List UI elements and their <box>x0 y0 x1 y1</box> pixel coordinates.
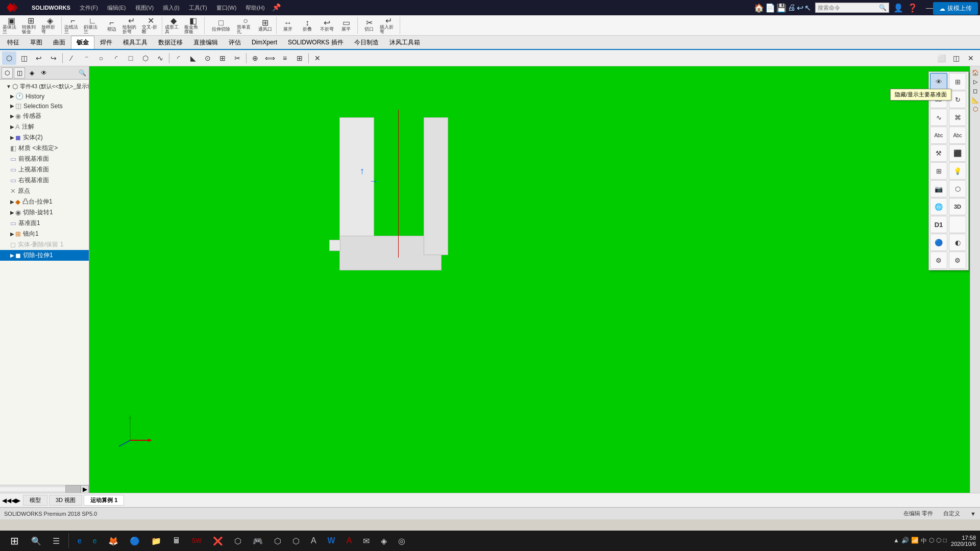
tray-notification[interactable]: □ <box>943 537 947 545</box>
cut-extrude-expand[interactable]: ▶ <box>10 253 14 258</box>
taskbar-app4[interactable]: 🎮 <box>248 532 267 549</box>
edge-flange-btn[interactable]: ⌐ 边线法兰 <box>64 17 82 34</box>
trim-btn[interactable]: ✂ <box>230 52 244 65</box>
vent-btn[interactable]: ⊞ 通风口 <box>256 17 274 34</box>
tab-model[interactable]: 模型 <box>23 495 47 506</box>
tree-origin[interactable]: ✕ 原点 <box>0 186 89 196</box>
polygon-btn[interactable]: ⬡ <box>138 52 153 65</box>
split-view-btn[interactable]: ◫ <box>949 52 963 65</box>
user-icon[interactable]: 👤 <box>893 3 903 13</box>
fold-btn[interactable]: ↵ 绘制的折弯 <box>122 17 140 34</box>
view-sphere1-btn[interactable]: 🔵 <box>930 234 947 251</box>
view-global-btn[interactable]: 🌐 <box>930 198 947 215</box>
view-cam-btn[interactable]: 📷 <box>930 180 947 197</box>
property-tab[interactable]: ◫ <box>14 67 25 79</box>
taskbar-ie[interactable]: e <box>88 532 102 549</box>
tab-scroll-prev[interactable]: ◀ <box>11 497 16 504</box>
taskbar-explorer[interactable]: 📁 <box>146 532 166 549</box>
view-orient-btn[interactable]: ⬡ <box>2 52 16 65</box>
far-right-btn3[interactable]: ◻ <box>971 87 979 95</box>
extruded-cut-btn[interactable]: □ 拉伸切除 <box>207 17 235 34</box>
sheet-gusset-btn[interactable]: ◧ 板金角撑板 <box>184 17 202 34</box>
taskbar-acrobat[interactable]: A <box>342 532 357 549</box>
taskbar-chrome[interactable]: 🔵 <box>125 532 144 549</box>
snap-btn[interactable]: ⊞ <box>292 52 307 65</box>
tree-cut-extrude1[interactable]: ▶ ◼ 切除-拉伸1 <box>0 250 89 261</box>
taskbar-calc[interactable]: 🖩 <box>168 532 185 549</box>
solid-expand[interactable]: ▶ <box>10 135 14 140</box>
taskbar-app2[interactable]: ❌ <box>208 532 228 549</box>
save-quick-btn[interactable]: 💾 <box>776 3 787 13</box>
unfold-btn[interactable]: ↔ 展开 <box>279 17 297 34</box>
display-tab[interactable]: 👁 <box>38 67 50 79</box>
miter-flange-btn[interactable]: ∟ 斜接法兰 <box>83 17 102 34</box>
search-input[interactable] <box>818 5 879 11</box>
tab-3dview[interactable]: 3D 视图 <box>49 495 82 506</box>
view-rotate-btn[interactable]: ↻ <box>949 91 966 108</box>
taskbar-word[interactable]: W <box>323 532 340 549</box>
tray-input[interactable]: 中 <box>921 537 927 545</box>
tab-manufacture[interactable]: 今日制造 <box>349 36 384 49</box>
taskbar-app5[interactable]: ⬡ <box>270 532 286 549</box>
menu-insert[interactable]: 插入(I) <box>159 3 183 13</box>
taskbar-app6[interactable]: ⬡ <box>288 532 304 549</box>
tree-boss-extrude1[interactable]: ▶ ◆ 凸台-拉伸1 <box>0 196 89 207</box>
view-grid-btn[interactable]: ⊞ <box>930 162 947 180</box>
simple-hole-btn[interactable]: ○ 简单直孔 <box>236 17 255 34</box>
tab-surface[interactable]: 曲面 <box>48 36 70 49</box>
taskbar-search[interactable]: 🔍 <box>27 532 46 549</box>
sketch-eq-btn[interactable]: ≡ <box>278 52 292 65</box>
tab-sketch[interactable]: 草图 <box>25 36 47 49</box>
taskbar-app9[interactable]: ◎ <box>394 532 410 549</box>
tray-app1[interactable]: ▲ <box>893 537 899 545</box>
offset-btn[interactable]: ⊙ <box>201 52 215 65</box>
base-flange-btn[interactable]: ▣ 基体法兰 <box>2 17 20 34</box>
far-right-btn1[interactable]: 🏠 <box>971 68 979 77</box>
circle-btn[interactable]: ○ <box>94 52 108 65</box>
cut-notch-btn[interactable]: ✂ 切口 <box>360 17 378 34</box>
far-right-btn4[interactable]: 📐 <box>971 96 979 104</box>
tree-solid-bodies[interactable]: ▶ ◼ 实体(2) <box>0 132 89 143</box>
menu-view[interactable]: 视图(V) <box>131 3 158 13</box>
tab-dimxpert[interactable]: DimXpert <box>247 37 282 48</box>
sensors-expand[interactable]: ▶ <box>10 113 14 119</box>
menu-file[interactable]: 文件(F) <box>76 3 102 13</box>
view-d1-btn[interactable]: D1 <box>930 216 947 233</box>
taskbar-sw-app[interactable]: SW <box>187 532 206 549</box>
tab-evaluate[interactable]: 评估 <box>224 36 246 49</box>
filter-icon[interactable]: 🔍 <box>77 67 88 79</box>
tab-scroll-left[interactable]: ◀◀ <box>2 497 11 504</box>
view-orientate-btn[interactable]: 👁 <box>930 73 947 90</box>
view-section-btn[interactable]: ⊞ <box>949 73 966 90</box>
menu-edit[interactable]: 编辑(E) <box>103 3 130 13</box>
taskbar-taskview[interactable]: ☰ <box>48 532 64 549</box>
panel-scrollbar[interactable]: ▶ <box>0 485 89 493</box>
upload-button[interactable]: ☁ 拔模上传 <box>933 2 978 15</box>
tree-sensors[interactable]: ▶ ◉ 传感器 <box>0 111 89 121</box>
close-view-btn[interactable]: ✕ <box>964 52 978 65</box>
tab-scroll-next[interactable]: ▶ <box>16 497 20 504</box>
undo-quick-btn[interactable]: ↩ <box>797 3 803 13</box>
convert-metal-btn[interactable]: ⊞ 转换到钣金 <box>21 17 40 34</box>
tree-selection-sets[interactable]: ▶ ◫ Selection Sets <box>0 101 89 111</box>
cross-break-btn[interactable]: ✕ 交叉-折断 <box>141 17 160 34</box>
tree-right-plane[interactable]: ▭ 右视基准面 <box>0 175 89 186</box>
menu-window[interactable]: 窗口(W) <box>212 3 241 13</box>
tab-weldments[interactable]: 焊件 <box>95 36 117 49</box>
tree-solid-delete1[interactable]: ◻ 实体-删除/保留 1 <box>0 239 89 250</box>
view-light-btn[interactable]: 💡 <box>949 162 966 180</box>
menu-help[interactable]: 帮助(H) <box>241 3 268 13</box>
relations-btn[interactable]: ⟺ <box>263 52 277 65</box>
view-gear1-btn[interactable]: ⚙ <box>930 252 947 269</box>
view-gear2-btn[interactable]: ⚙ <box>949 252 966 269</box>
rectangle-btn[interactable]: □ <box>124 52 138 65</box>
insert-bend-btn[interactable]: ↵ 插入折弯 <box>379 17 398 34</box>
cursor-quick-btn[interactable]: ↖ <box>804 3 811 13</box>
print-quick-btn[interactable]: 🖨 <box>788 3 796 13</box>
search-box[interactable]: 🔍 <box>815 3 889 13</box>
history-expand[interactable]: ▶ <box>10 93 14 99</box>
taskbar-firefox[interactable]: 🦊 <box>104 532 123 549</box>
view-empty-btn[interactable] <box>949 216 966 233</box>
search-icon[interactable]: 🔍 <box>879 4 887 11</box>
tab-direct-editing[interactable]: 直接编辑 <box>188 36 223 49</box>
